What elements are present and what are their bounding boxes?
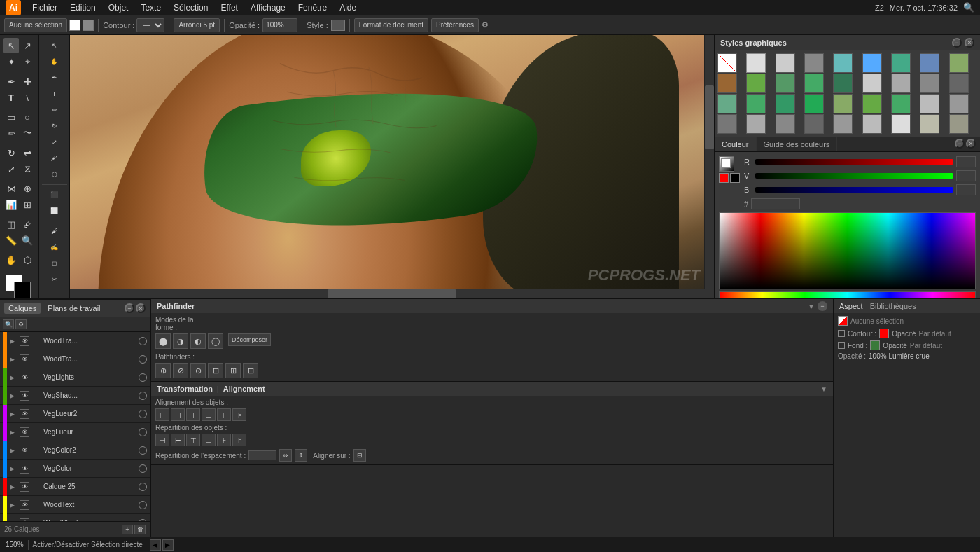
color-fg-indicator[interactable] <box>719 156 734 172</box>
color-panel-minimize[interactable]: − <box>955 139 965 149</box>
tool-sec-6[interactable]: ↻ <box>47 118 62 134</box>
tool-smooth[interactable]: 〜 <box>20 125 35 141</box>
calques-delete[interactable]: 🗑 <box>134 525 146 534</box>
color-panel-close[interactable]: × <box>966 139 976 149</box>
menu-texte[interactable]: Texte <box>135 1 167 14</box>
pf-crop[interactable]: ⊡ <box>208 363 223 378</box>
color-black-swatch[interactable] <box>730 173 740 183</box>
tool-lasso[interactable]: ⌖ <box>20 54 35 69</box>
menu-objet[interactable]: Objet <box>103 1 134 14</box>
v-scrollbar[interactable] <box>704 35 714 289</box>
shape-intersect[interactable]: ◐ <box>190 333 206 349</box>
calque-item-1[interactable]: ▶ 👁 WoodTra... <box>0 350 150 368</box>
calque-eye-2[interactable]: 👁 <box>20 373 29 382</box>
style-swatch-8[interactable] <box>949 53 969 73</box>
style-swatch-12[interactable] <box>804 74 824 93</box>
calques-close[interactable]: × <box>136 303 146 313</box>
style-swatch-19[interactable] <box>746 94 766 113</box>
tool-sec-4[interactable]: T <box>47 86 62 102</box>
hue-slider[interactable] <box>719 291 976 298</box>
menu-fichier[interactable]: Fichier <box>27 1 63 14</box>
tool-hand[interactable]: ✋ <box>4 252 19 268</box>
shape-exclude[interactable]: ◯ <box>208 333 223 349</box>
calque-item-6[interactable]: ▶ 👁 VegColor2 <box>0 441 150 460</box>
style-swatch-9[interactable] <box>718 74 737 93</box>
toolbar-fill-swatch[interactable] <box>69 20 80 31</box>
style-swatch-0[interactable] <box>718 53 737 73</box>
dist-right[interactable]: ⊤ <box>186 434 200 446</box>
style-swatch-17[interactable] <box>949 74 969 93</box>
aspect-fond-color[interactable] <box>870 340 880 350</box>
menu-aide[interactable]: Aide <box>334 1 362 14</box>
style-swatch-3[interactable] <box>804 53 824 73</box>
style-swatch-24[interactable] <box>891 94 911 113</box>
style-swatch-30[interactable] <box>804 114 824 134</box>
align-center-h[interactable]: ⊣ <box>171 408 185 421</box>
calque-eye-4[interactable]: 👁 <box>20 409 29 419</box>
calque-target-8[interactable] <box>139 483 147 491</box>
tool-rotate[interactable]: ↻ <box>4 145 19 160</box>
style-swatch[interactable] <box>331 20 345 31</box>
format-doc-btn[interactable]: Format de document <box>354 18 428 32</box>
aspect-contour-visibility[interactable] <box>838 330 845 337</box>
pf-outline[interactable]: ⊞ <box>225 363 241 378</box>
arrondi-btn[interactable]: Arrondi 5 pt <box>174 18 220 32</box>
style-swatch-5[interactable] <box>862 53 882 73</box>
tool-column-graph[interactable]: 📊 <box>4 197 19 212</box>
calque-eye-3[interactable]: 👁 <box>20 391 29 401</box>
tool-sym[interactable]: ⊕ <box>20 181 35 196</box>
calque-eye-1[interactable]: 👁 <box>20 354 29 364</box>
tool-sec-2[interactable]: ✋ <box>47 54 62 69</box>
tool-add-anchor[interactable]: ✚ <box>20 74 35 89</box>
status-next[interactable]: ▶ <box>162 539 174 551</box>
style-swatch-10[interactable] <box>746 74 766 93</box>
tool-sec-3[interactable]: ✒ <box>47 70 62 85</box>
tab-bibliotheques[interactable]: Bibliothèques <box>870 302 916 310</box>
canvas-content[interactable]: PCPROGS.NET <box>70 35 714 298</box>
calque-eye-5[interactable]: 👁 <box>20 427 29 437</box>
calques-add[interactable]: + <box>122 525 133 534</box>
tool-pencil[interactable]: ✏ <box>4 125 19 141</box>
calque-eye-6[interactable]: 👁 <box>20 446 29 455</box>
tool-line[interactable]: \ <box>20 90 35 105</box>
align-center-v[interactable]: ⊦ <box>217 408 231 421</box>
style-swatch-28[interactable] <box>746 114 766 134</box>
style-swatch-25[interactable] <box>920 94 939 113</box>
tool-sec-eraser[interactable]: ◻ <box>47 256 62 271</box>
style-swatch-14[interactable] <box>862 74 882 93</box>
espace-v-btn[interactable]: ⇕ <box>295 449 307 462</box>
calque-item-0[interactable]: ▶ 👁 WoodTra... <box>0 332 150 350</box>
calque-target-6[interactable] <box>139 446 147 455</box>
calque-item-10[interactable]: ▶ 👁 WoodShad <box>0 514 150 521</box>
calque-item-9[interactable]: ▶ 👁 WoodText <box>0 496 150 514</box>
color-v-slider[interactable] <box>755 173 953 179</box>
align-right[interactable]: ⊤ <box>186 408 200 421</box>
tool-pen[interactable]: ✒ <box>4 74 19 89</box>
calque-target-3[interactable] <box>139 392 147 400</box>
calque-eye-0[interactable]: 👁 <box>20 336 29 346</box>
espace-h-btn[interactable]: ⇔ <box>279 449 292 462</box>
style-swatch-26[interactable] <box>949 94 969 113</box>
calque-target-1[interactable] <box>139 355 147 364</box>
calque-target-4[interactable] <box>139 410 147 418</box>
tool-scale[interactable]: ⤢ <box>4 161 19 177</box>
style-swatch-18[interactable] <box>718 94 737 113</box>
style-swatch-34[interactable] <box>920 114 939 134</box>
style-swatch-21[interactable] <box>804 94 824 113</box>
style-swatch-32[interactable] <box>862 114 882 134</box>
aspect-fond-visibility[interactable] <box>838 342 845 349</box>
tool-sec-7[interactable]: ⤢ <box>47 134 62 150</box>
calque-expand-1[interactable]: ▶ <box>10 356 17 363</box>
align-top[interactable]: ⊥ <box>202 408 216 421</box>
style-swatch-35[interactable] <box>949 114 969 134</box>
align-left[interactable]: ⊢ <box>155 408 169 421</box>
espace-input[interactable] <box>248 450 276 460</box>
menu-affichage[interactable]: Affichage <box>245 1 291 14</box>
calque-expand-8[interactable]: ▶ <box>10 483 17 490</box>
calque-target-9[interactable] <box>139 501 147 509</box>
calque-target-7[interactable] <box>139 464 147 473</box>
pathfinder-toggle[interactable]: ▼ <box>808 303 815 310</box>
shape-minus-front[interactable]: ◑ <box>173 333 188 349</box>
calque-target-5[interactable] <box>139 428 147 436</box>
style-swatch-15[interactable] <box>891 74 911 93</box>
